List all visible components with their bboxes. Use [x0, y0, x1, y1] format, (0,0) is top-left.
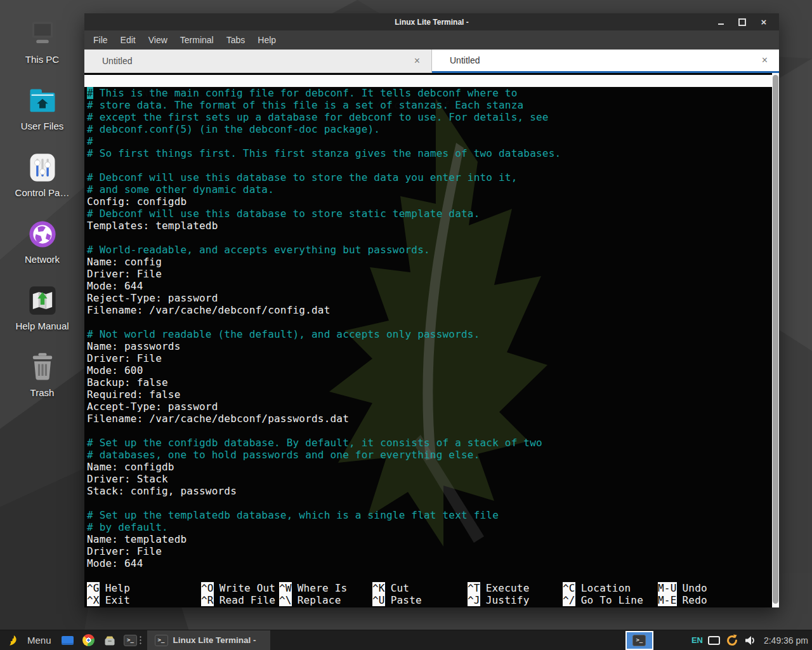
editor-line: Templates: templatedb [87, 220, 779, 232]
chrome-icon[interactable] [82, 633, 96, 647]
shortcut-key: M-E [658, 594, 677, 606]
editor-line: # So first things first. This first stan… [87, 147, 779, 159]
shortcut-column: ^KCut^UPaste [372, 582, 468, 606]
terminal-launcher-icon[interactable]: >_ [124, 633, 138, 647]
menu-bar: File Edit View Terminal Tabs Help [84, 30, 779, 50]
nano-shortcut: ^GHelp [87, 582, 201, 594]
shortcut-key: ^W [279, 582, 292, 594]
shortcut-column: ^TExecute^JJustify [468, 582, 563, 606]
nano-shortcut: ^RRead File [201, 594, 279, 606]
editor-line: # Debconf will use this database to stor… [87, 171, 779, 183]
minimize-button[interactable] [717, 18, 724, 26]
shortcut-label: Help [105, 582, 130, 594]
terminal-scrollbar[interactable] [772, 73, 779, 607]
desktop-icon-user-files[interactable]: User Files [4, 86, 81, 131]
editor-line: Mode: 644 [87, 557, 779, 569]
file-manager-icon[interactable] [103, 633, 117, 647]
menu-tabs[interactable]: Tabs [220, 35, 252, 45]
shortcut-label: Cut [391, 582, 410, 594]
desktop-icon-this-pc[interactable]: This PC [4, 19, 81, 65]
editor-line: # [87, 135, 779, 147]
desktop-icon-control-panel[interactable]: Control Pa… [4, 152, 81, 198]
shortcut-label: Paste [391, 594, 422, 606]
terminal-content[interactable]: GNU nano 7.2 /etc/debconf.conf # This is… [84, 73, 779, 607]
this-pc-icon [26, 19, 59, 50]
close-button[interactable]: × [760, 18, 768, 26]
nano-shortcut-bar: ^GHelp^XExit^OWrite Out^RRead File^WWher… [87, 582, 772, 606]
nano-editor[interactable]: # This is the main config file for debco… [84, 87, 779, 569]
editor-line: Driver: File [87, 545, 779, 557]
editor-line: Mode: 644 [87, 280, 779, 292]
tab-untitled-2[interactable]: Untitled × [432, 50, 779, 73]
desktop-icon-label: Control Pa… [15, 187, 70, 198]
shortcut-column: ^WWhere Is^\Replace [279, 582, 372, 606]
shortcut-column: ^CLocation^/Go To Line [563, 582, 658, 606]
nano-shortcut: M-ERedo [658, 594, 772, 606]
editor-line: Driver: File [87, 352, 779, 364]
tab-close-icon[interactable]: × [413, 55, 421, 67]
shortcut-label: Write Out [219, 582, 276, 594]
volume-icon[interactable] [744, 635, 756, 646]
nano-shortcut: M-UUndo [658, 582, 772, 594]
menu-edit[interactable]: Edit [114, 35, 142, 45]
menu-button-label[interactable]: Menu [27, 635, 51, 646]
window-title: Linux Lite Terminal - [84, 18, 779, 27]
desktop-icon-trash[interactable]: Trash [4, 352, 81, 398]
desktop-icon-label: Network [25, 254, 60, 265]
menu-button[interactable] [6, 633, 20, 647]
shortcut-label: Justify [486, 594, 530, 606]
menu-help[interactable]: Help [251, 35, 282, 45]
editor-line: # except the first sets up a database fo… [87, 111, 779, 123]
nano-shortcut: ^UPaste [372, 594, 468, 606]
editor-line: # databases, one to hold passwords and o… [87, 449, 779, 461]
terminal-tray-icon[interactable]: >_ [625, 631, 653, 650]
user-files-icon [26, 86, 59, 116]
tab-close-icon[interactable]: × [761, 55, 769, 66]
shortcut-key: M-U [658, 582, 677, 594]
editor-line [87, 497, 779, 509]
editor-line: # Not world readable (the default), and … [87, 328, 779, 340]
nano-titlebar: GNU nano 7.2 /etc/debconf.conf [84, 75, 772, 87]
menu-terminal[interactable]: Terminal [174, 35, 220, 45]
editor-line: # debconf.conf(5) (in the debconf-doc pa… [87, 123, 779, 135]
nano-shortcut: ^JJustify [468, 594, 563, 606]
tab-untitled-1[interactable]: Untitled × [84, 50, 432, 73]
task-button-terminal[interactable]: >_ Linux Lite Terminal - [147, 630, 270, 650]
shortcut-key: ^J [468, 594, 480, 606]
editor-line: # Set up the templatedb database, which … [87, 509, 779, 521]
editor-line: # by default. [87, 521, 779, 533]
editor-line [87, 159, 779, 171]
menu-view[interactable]: View [142, 35, 174, 45]
nano-shortcut: ^\Replace [279, 594, 372, 606]
editor-line: Config: configdb [87, 196, 779, 208]
desktop-icon-network[interactable]: Network [4, 219, 81, 265]
shortcut-key: ^/ [563, 594, 575, 606]
editor-line: # Debconf will use this database to stor… [87, 208, 779, 220]
maximize-button[interactable] [738, 18, 746, 26]
desktop-icon-label: User Files [21, 121, 64, 131]
taskbar: Menu >_ >_ Linux Lite Terminal - >_ EN [0, 630, 812, 650]
updates-icon[interactable] [725, 633, 739, 647]
editor-line: # and some other dynamic data. [87, 183, 779, 196]
menu-file[interactable]: File [87, 35, 114, 45]
keyboard-layout-indicator[interactable]: EN [691, 635, 703, 645]
shortcut-key: ^C [563, 582, 575, 594]
shortcut-label: Location [581, 582, 631, 594]
terminal-icon: >_ [155, 635, 168, 646]
display-icon[interactable] [708, 636, 720, 645]
show-desktop-icon[interactable] [61, 633, 75, 647]
window-titlebar[interactable]: Linux Lite Terminal - × [84, 13, 779, 30]
window-buttons: × [717, 18, 779, 26]
network-globe-icon [26, 219, 59, 249]
clock[interactable]: 2:49:36 pm [764, 635, 808, 646]
tab-label: Untitled [450, 55, 761, 65]
editor-line: Required: false [87, 388, 779, 401]
desktop-icon-help-manual[interactable]: Help Manual [4, 286, 81, 331]
nano-shortcut: ^WWhere Is [279, 582, 372, 594]
shortcut-label: Where Is [298, 582, 348, 594]
scrollbar-thumb[interactable] [773, 75, 778, 604]
editor-line: Name: config [87, 256, 779, 268]
terminal-window: Linux Lite Terminal - × File Edit View T… [84, 13, 779, 607]
linux-lite-logo-icon [8, 634, 19, 647]
taskbar-grip-handle[interactable] [139, 635, 142, 646]
